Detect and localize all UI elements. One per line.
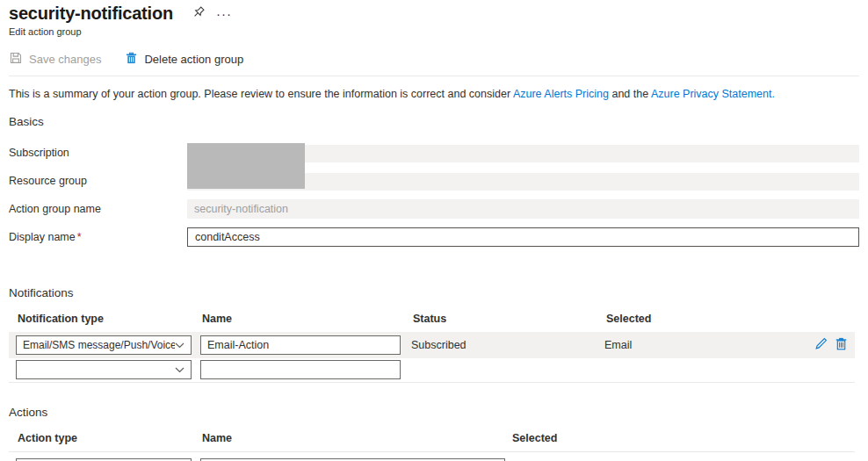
subscription-label: Subscription <box>9 143 187 159</box>
chevron-down-icon <box>175 364 184 376</box>
edit-notification-button[interactable] <box>814 337 828 353</box>
page-subtitle: Edit action group <box>9 26 859 37</box>
action-type-column-header: Action type <box>18 432 202 444</box>
notification-row: Email/SMS message/Push/Voice Subscribed … <box>9 332 855 358</box>
page-header: security-notification ··· <box>9 4 859 24</box>
summary-text: This is a summary of your action group. … <box>9 88 859 100</box>
action-group-name-input <box>187 199 859 219</box>
pushpin-icon <box>192 5 206 22</box>
notification-type-dropdown[interactable]: Email/SMS message/Push/Voice <box>16 335 192 355</box>
notifications-table-bottom-divider <box>9 382 855 383</box>
save-changes-label: Save changes <box>29 53 101 66</box>
azure-privacy-statement-link[interactable]: Azure Privacy Statement. <box>651 88 775 100</box>
display-name-row: Display name* <box>9 227 859 247</box>
redacted-value-overlay <box>187 143 305 189</box>
summary-before: This is a summary of your action group. … <box>9 88 513 100</box>
required-asterisk: * <box>77 231 82 243</box>
action-group-name-row: Action group name <box>9 199 859 219</box>
action-selected-column-header: Selected <box>512 432 855 444</box>
delete-notification-button[interactable] <box>835 337 847 353</box>
action-row-empty <box>9 457 855 461</box>
save-icon <box>9 51 23 68</box>
subscription-row: Subscription <box>9 143 859 161</box>
resource-group-row: Resource group <box>9 171 859 189</box>
notifications-table-header: Notification type Name Status Selected <box>9 313 855 325</box>
toolbar-divider <box>9 76 859 76</box>
notification-type-column-header: Notification type <box>18 313 202 325</box>
more-options-button[interactable]: ··· <box>216 10 232 18</box>
display-name-input[interactable] <box>187 227 859 247</box>
actions-table: Action type Name Selected <box>9 432 855 461</box>
delete-action-group-button[interactable]: Delete action group <box>125 51 243 68</box>
name-column-header: Name <box>202 313 413 325</box>
save-changes-button[interactable]: Save changes <box>9 51 101 68</box>
command-bar: Save changes Delete action group <box>9 50 859 68</box>
action-group-name-label: Action group name <box>9 199 187 215</box>
notification-status: Subscribed <box>411 339 467 351</box>
notifications-table: Notification type Name Status Selected E… <box>9 313 855 383</box>
edit-action-group-page: security-notification ··· Edit action gr… <box>0 0 868 461</box>
selected-column-header: Selected <box>606 313 855 325</box>
notification-type-value: Email/SMS message/Push/Voice <box>23 339 175 351</box>
ellipsis-icon: ··· <box>216 10 232 18</box>
notification-name-input-empty[interactable] <box>200 360 401 379</box>
basics-section: Basics Subscription Resource group Actio… <box>9 115 859 247</box>
action-name-column-header: Name <box>202 432 512 444</box>
display-name-label: Display name* <box>9 227 187 243</box>
actions-section: Actions Action type Name Selected <box>9 406 859 461</box>
delete-action-group-label: Delete action group <box>144 53 243 66</box>
trash-icon <box>125 51 138 68</box>
actions-section-title: Actions <box>9 406 859 419</box>
pin-button[interactable] <box>192 5 206 22</box>
notifications-section: Notifications Notification type Name Sta… <box>9 286 859 383</box>
notification-selected: Email <box>604 339 632 351</box>
pencil-icon <box>814 337 828 353</box>
resource-group-label: Resource group <box>9 171 187 187</box>
azure-alerts-pricing-link[interactable]: Azure Alerts Pricing <box>513 88 609 100</box>
basics-form: Subscription Resource group Action group… <box>9 143 859 247</box>
notification-type-dropdown-empty[interactable] <box>16 360 192 379</box>
status-column-header: Status <box>413 313 606 325</box>
chevron-down-icon <box>175 339 184 351</box>
notification-row-empty <box>9 358 855 381</box>
summary-between: and the <box>609 88 651 100</box>
notifications-section-title: Notifications <box>9 286 859 299</box>
basics-section-title: Basics <box>9 115 859 128</box>
actions-table-header: Action type Name Selected <box>9 432 855 444</box>
page-title: security-notification <box>9 4 173 24</box>
notification-name-input[interactable] <box>200 335 401 355</box>
trash-icon <box>835 337 847 353</box>
